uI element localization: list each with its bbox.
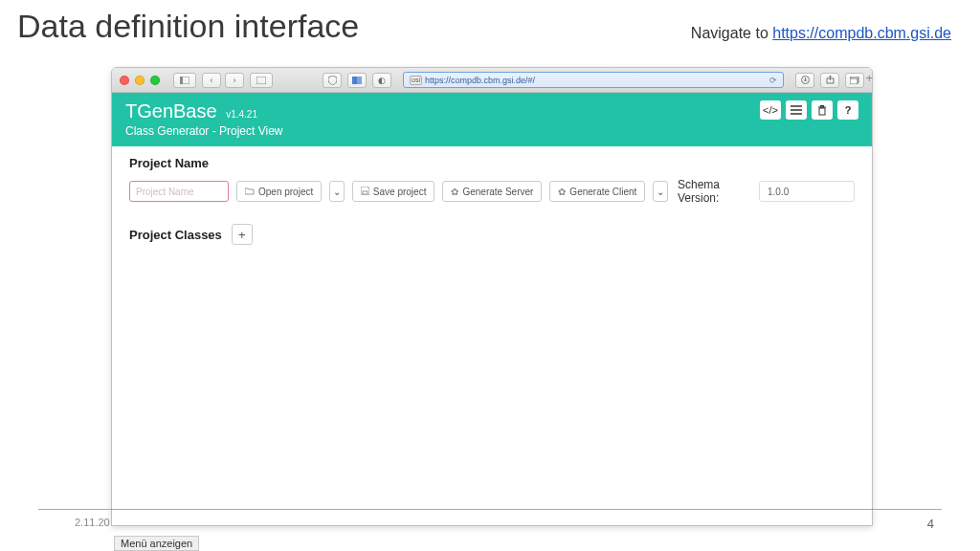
project-name-input[interactable]: Project Name <box>129 181 229 202</box>
svg-rect-8 <box>850 78 858 84</box>
share-icon[interactable] <box>820 73 839 88</box>
add-class-button[interactable]: + <box>232 224 253 245</box>
app-title-text: TGenBase <box>125 100 217 121</box>
app-content: Project Name Project Name Open project ⌄… <box>112 146 872 254</box>
save-project-button[interactable]: Save project <box>352 181 435 202</box>
generate-client-button[interactable]: ✿ Generate Client <box>549 181 645 202</box>
save-project-label: Save project <box>373 187 427 197</box>
app-title: TGenBase v1.4.21 <box>125 100 283 121</box>
browser-titlebar: ‹ › ◐ osi https://compdb.cbm.gsi.de/#/ ⟳ <box>112 68 872 93</box>
folder-open-icon <box>245 187 255 197</box>
svg-rect-4 <box>357 77 362 84</box>
list-icon[interactable] <box>786 100 807 120</box>
generate-client-label: Generate Client <box>569 187 636 197</box>
shield-icon[interactable] <box>323 73 342 88</box>
open-project-dropdown[interactable]: ⌄ <box>329 181 345 202</box>
schema-version-label: Schema Version: <box>678 178 751 205</box>
save-icon <box>361 187 369 197</box>
project-classes-label: Project Classes <box>129 228 222 242</box>
app-header: TGenBase v1.4.21 Class Generator - Proje… <box>112 93 872 146</box>
svg-rect-15 <box>363 191 368 194</box>
url-text: https://compdb.cbm.gsi.de/#/ <box>425 76 535 85</box>
footer-date: 2.11.20 <box>75 517 110 528</box>
app-subtitle: Class Generator - Project View <box>125 124 283 138</box>
generate-server-button[interactable]: ✿ Generate Server <box>442 181 542 202</box>
open-project-button[interactable]: Open project <box>236 181 322 202</box>
nav-back-button[interactable]: ‹ <box>202 73 221 88</box>
window-maximize-icon[interactable] <box>150 76 160 85</box>
svg-rect-12 <box>819 108 825 115</box>
svg-rect-14 <box>821 105 824 107</box>
tabs-button[interactable] <box>250 73 273 88</box>
generate-server-label: Generate Server <box>462 187 533 197</box>
url-bar[interactable]: osi https://compdb.cbm.gsi.de/#/ ⟳ <box>403 72 784 88</box>
generate-client-dropdown[interactable]: ⌄ <box>653 181 668 202</box>
url-badge: osi <box>410 76 422 85</box>
window-minimize-icon[interactable] <box>135 76 145 85</box>
code-icon[interactable]: </> <box>760 100 781 120</box>
reader-icon[interactable]: ◐ <box>372 73 391 88</box>
svg-rect-1 <box>180 77 183 84</box>
svg-rect-2 <box>256 77 266 84</box>
nav-forward-button[interactable]: › <box>225 73 244 88</box>
project-name-label: Project Name <box>129 156 855 170</box>
chevron-down-icon: ⌄ <box>333 187 341 197</box>
site-info-icon[interactable] <box>347 73 367 88</box>
navigate-link[interactable]: https://compdb.cbm.gsi.de <box>772 25 951 41</box>
footer-page-number: 4 <box>927 517 934 531</box>
gears-icon: ✿ <box>451 187 458 197</box>
reload-icon[interactable]: ⟳ <box>769 76 777 85</box>
window-close-icon[interactable] <box>120 76 129 85</box>
trash-icon[interactable] <box>812 100 833 120</box>
tabs-overview-icon[interactable] <box>845 73 864 88</box>
slide-title: Data definition interface <box>17 8 359 45</box>
app-version: v1.4.21 <box>226 109 257 120</box>
chevron-down-icon: ⌄ <box>657 187 664 197</box>
sidebar-toggle-button[interactable] <box>173 73 196 88</box>
new-tab-button[interactable]: + <box>865 71 873 85</box>
open-project-label: Open project <box>258 187 313 197</box>
downloads-icon[interactable] <box>795 73 814 88</box>
navigate-prefix: Navigate to <box>691 25 772 41</box>
footer-divider <box>38 509 942 510</box>
help-icon[interactable]: ? <box>837 100 858 120</box>
project-name-placeholder: Project Name <box>136 187 194 197</box>
menu-tooltip: Menü anzeigen <box>114 536 199 551</box>
schema-version-input[interactable]: 1.0.0 <box>759 181 855 202</box>
browser-window: ‹ › ◐ osi https://compdb.cbm.gsi.de/#/ ⟳ <box>111 67 873 526</box>
navigate-note: Navigate to https://compdb.cbm.gsi.de <box>691 25 951 42</box>
gear-icon: ✿ <box>558 187 566 197</box>
